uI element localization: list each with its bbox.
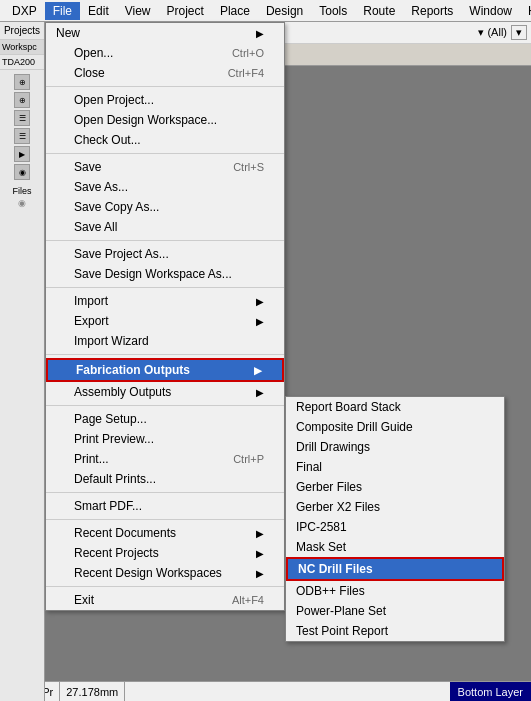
menu-item-save-workspace-as[interactable]: Save Design Workspace As... [46,264,284,284]
menu-item-assembly-outputs-label: Assembly Outputs [74,385,171,399]
fab-item-gerber-x2[interactable]: Gerber X2 Files [286,497,504,517]
menu-item-print-label: Print... [74,452,109,466]
menu-item-page-setup-label: Page Setup... [74,412,147,426]
fab-item-nc-drill[interactable]: NC Drill Files [286,557,504,581]
menu-view[interactable]: View [117,2,159,20]
toolbar-dropdown[interactable]: ▾ [511,25,527,40]
menu-item-save-all-label: Save All [74,220,117,234]
menu-tools-label: Tools [319,4,347,18]
fab-item-odb-label: ODB++ Files [296,584,365,598]
menu-item-recent-projects[interactable]: Recent Projects ▶ [46,543,284,563]
sep-1 [46,86,284,87]
menu-item-open-workspace-label: Open Design Workspace... [74,113,217,127]
menu-place-label: Place [220,4,250,18]
sidebar-icon-3[interactable]: ☰ [14,110,30,126]
sep-6 [46,405,284,406]
menu-item-save-copy[interactable]: Save Copy As... [46,197,284,217]
fab-item-final[interactable]: Final [286,457,504,477]
menu-item-smart-pdf[interactable]: Smart PDF... [46,496,284,516]
menu-item-print-preview[interactable]: Print Preview... [46,429,284,449]
menu-view-label: View [125,4,151,18]
menu-item-recent-projects-arrow: ▶ [256,548,264,559]
fab-item-test-point[interactable]: Test Point Report [286,621,504,641]
menu-item-import-label: Import [74,294,108,308]
menu-item-open-project[interactable]: Open Project... [46,90,284,110]
sep-4 [46,287,284,288]
fab-item-report-board-stack[interactable]: Report Board Stack [286,397,504,417]
menu-item-recent-docs-label: Recent Documents [74,526,176,540]
fab-item-report-board-stack-label: Report Board Stack [296,400,401,414]
menu-item-smart-pdf-label: Smart PDF... [74,499,142,513]
menu-item-checkout[interactable]: Check Out... [46,130,284,150]
menu-edit-label: Edit [88,4,109,18]
sidebar-icon-1[interactable]: ⊕ [14,74,30,90]
menu-item-open-workspace[interactable]: Open Design Workspace... [46,110,284,130]
menu-item-import-arrow: ▶ [256,296,264,307]
menu-edit[interactable]: Edit [80,2,117,20]
sidebar-icon-2[interactable]: ⊕ [14,92,30,108]
menu-item-recent-workspaces[interactable]: Recent Design Workspaces ▶ [46,563,284,583]
menu-item-import-wizard[interactable]: Import Wizard [46,331,284,351]
menu-item-export[interactable]: Export ▶ [46,311,284,331]
status-layer: Bottom Layer [450,682,531,701]
fab-item-composite-drill-label: Composite Drill Guide [296,420,413,434]
sidebar-projects-label[interactable]: Projects [0,22,44,40]
menu-item-page-setup[interactable]: Page Setup... [46,409,284,429]
menu-reports-label: Reports [411,4,453,18]
menu-item-recent-docs-arrow: ▶ [256,528,264,539]
fab-item-gerber[interactable]: Gerber Files [286,477,504,497]
menu-route[interactable]: Route [355,2,403,20]
menu-item-close-label: Close [74,66,105,80]
menu-item-exit[interactable]: Exit Alt+F4 [46,590,284,610]
menu-item-default-prints[interactable]: Default Prints... [46,469,284,489]
menu-item-close[interactable]: Close Ctrl+F4 [46,63,284,83]
menu-item-save-project-as-label: Save Project As... [74,247,169,261]
sep-8 [46,519,284,520]
menu-item-save-project-as[interactable]: Save Project As... [46,244,284,264]
sidebar-files-label[interactable]: Files [12,186,31,196]
menu-item-print[interactable]: Print... Ctrl+P [46,449,284,469]
fab-item-gerber-label: Gerber Files [296,480,362,494]
sidebar-icon-4[interactable]: ☰ [14,128,30,144]
status-coord: 27.178mm [60,682,125,701]
fab-item-mask-set-label: Mask Set [296,540,346,554]
fab-item-power-plane[interactable]: Power-Plane Set [286,601,504,621]
menu-item-save-as-label: Save As... [74,180,128,194]
menu-dxp[interactable]: DXP [4,2,45,20]
menu-file[interactable]: File [45,2,80,20]
menu-item-recent-workspaces-label: Recent Design Workspaces [74,566,222,580]
menu-item-save-all[interactable]: Save All [46,217,284,237]
menu-reports[interactable]: Reports [403,2,461,20]
fab-item-mask-set[interactable]: Mask Set [286,537,504,557]
sidebar-icon-5[interactable]: ▶ [14,146,30,162]
fab-item-drill-drawings[interactable]: Drill Drawings [286,437,504,457]
menu-project-label: Project [167,4,204,18]
menu-item-recent-docs[interactable]: Recent Documents ▶ [46,523,284,543]
menu-item-import[interactable]: Import ▶ [46,291,284,311]
fab-item-composite-drill[interactable]: Composite Drill Guide [286,417,504,437]
menu-item-open-label: Open... [74,46,113,60]
menu-item-default-prints-label: Default Prints... [74,472,156,486]
menu-place[interactable]: Place [212,2,258,20]
menu-tools[interactable]: Tools [311,2,355,20]
menu-project[interactable]: Project [159,2,212,20]
menu-item-new-arrow: ▶ [256,28,264,39]
menu-item-import-wizard-label: Import Wizard [74,334,149,348]
menu-item-open[interactable]: Open... Ctrl+O [46,43,284,63]
sidebar-icon-6[interactable]: ◉ [14,164,30,180]
menu-design[interactable]: Design [258,2,311,20]
menu-help[interactable]: Help [520,2,531,20]
menu-item-fab-outputs[interactable]: Fabrication Outputs ▶ [46,358,284,382]
menu-item-new[interactable]: New ▶ [46,23,284,43]
menu-item-save-copy-label: Save Copy As... [74,200,159,214]
menu-item-save[interactable]: Save Ctrl+S [46,157,284,177]
menu-window[interactable]: Window [461,2,520,20]
fab-item-ipc2581[interactable]: IPC-2581 [286,517,504,537]
sidebar-tda: TDA200 [0,55,44,70]
menu-item-save-as[interactable]: Save As... [46,177,284,197]
menu-item-assembly-outputs[interactable]: Assembly Outputs ▶ [46,382,284,402]
menu-item-close-shortcut: Ctrl+F4 [228,67,264,79]
fab-item-power-plane-label: Power-Plane Set [296,604,386,618]
fab-item-odb[interactable]: ODB++ Files [286,581,504,601]
left-sidebar: Projects Workspc TDA200 ⊕ ⊕ ☰ ☰ ▶ ◉ File… [0,22,45,701]
